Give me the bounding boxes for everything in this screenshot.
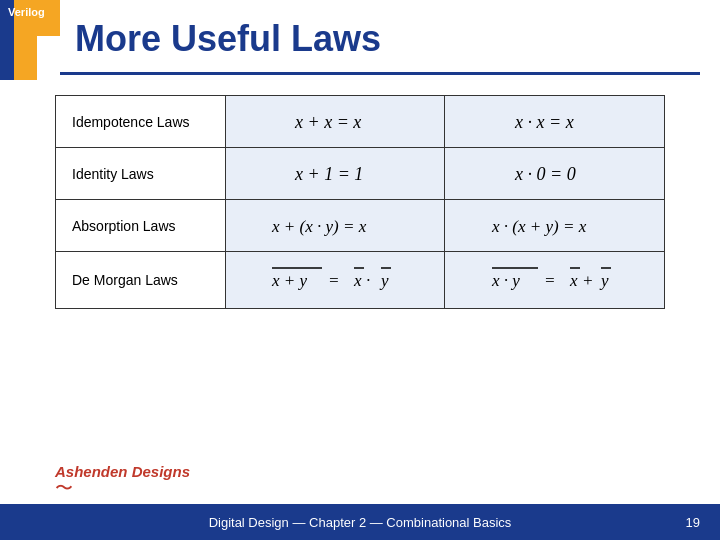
svg-text:·: · <box>366 271 370 290</box>
bottom-bar: Digital Design — Chapter 2 — Combination… <box>0 504 720 540</box>
svg-text:=: = <box>544 271 555 290</box>
identity-left-svg: x + 1 = 1 <box>290 160 380 188</box>
svg-text:x · (x + y) = x: x · (x + y) = x <box>491 217 587 236</box>
svg-text:x + x = x: x + x = x <box>294 112 361 132</box>
formula-demorgan-left: x + y = x · y <box>225 252 445 309</box>
svg-text:y: y <box>379 271 389 290</box>
table-row: Absorption Laws x + (x · y) = x x · (x +… <box>56 200 665 252</box>
svg-text:x · x = x: x · x = x <box>514 112 574 132</box>
absorption-left-svg: x + (x · y) = x <box>270 212 400 240</box>
formula-absorption-left: x + (x · y) = x <box>225 200 445 252</box>
table-row: Idempotence Laws x + x = x x · x = x <box>56 96 665 148</box>
svg-text:x · y: x · y <box>491 271 520 290</box>
laws-table: Idempotence Laws x + x = x x · x = x <box>55 95 665 309</box>
svg-text:x: x <box>569 271 578 290</box>
idempotence-left-svg: x + x = x <box>290 108 380 136</box>
table-row: Identity Laws x + 1 = 1 x · 0 = 0 <box>56 148 665 200</box>
law-name-demorgan: De Morgan Laws <box>56 252 226 309</box>
logo-area: Ashenden Designs 〜 <box>55 463 190 500</box>
demorgan-right-svg: x · y = x + y <box>490 262 620 298</box>
page-title: More Useful Laws <box>75 18 381 60</box>
table-row: De Morgan Laws x + y = x · <box>56 252 665 309</box>
svg-text:x + y: x + y <box>271 271 308 290</box>
corner-orange-bottom <box>14 36 37 80</box>
absorption-right-svg: x · (x + y) = x <box>490 212 620 240</box>
svg-text:x: x <box>353 271 362 290</box>
logo-name: Ashenden Designs <box>55 463 190 480</box>
footer-center-text: Digital Design — Chapter 2 — Combination… <box>209 515 512 530</box>
svg-text:y: y <box>599 271 609 290</box>
logo-squiggle: 〜 <box>55 476 73 500</box>
law-name-idempotence: Idempotence Laws <box>56 96 226 148</box>
title-underline <box>60 72 700 75</box>
svg-text:x · 0 = 0: x · 0 = 0 <box>514 164 576 184</box>
law-name-identity: Identity Laws <box>56 148 226 200</box>
formula-idempotence-right: x · x = x <box>445 96 665 148</box>
page-number: 19 <box>686 515 700 530</box>
demorgan-left-svg: x + y = x · y <box>270 262 400 298</box>
svg-text:=: = <box>328 271 339 290</box>
svg-text:+: + <box>582 271 593 290</box>
law-name-absorption: Absorption Laws <box>56 200 226 252</box>
formula-idempotence-left: x + x = x <box>225 96 445 148</box>
formula-identity-left: x + 1 = 1 <box>225 148 445 200</box>
verilog-label: Verilog <box>8 6 45 18</box>
formula-identity-right: x · 0 = 0 <box>445 148 665 200</box>
identity-right-svg: x · 0 = 0 <box>510 160 600 188</box>
formula-demorgan-right: x · y = x + y <box>445 252 665 309</box>
idempotence-right-svg: x · x = x <box>510 108 600 136</box>
formula-absorption-right: x · (x + y) = x <box>445 200 665 252</box>
svg-text:x + (x · y) = x: x + (x · y) = x <box>271 217 367 236</box>
svg-text:x + 1 = 1: x + 1 = 1 <box>294 164 363 184</box>
